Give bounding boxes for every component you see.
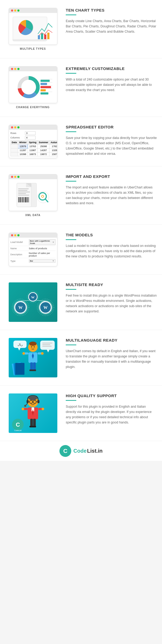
dot-green-3	[17, 126, 19, 128]
data-label-cell: Data	[11, 141, 18, 144]
section-left-xml: XML DATA	[5, 174, 60, 217]
title-spreadsheet: SPREADSHEET EDITOR	[66, 125, 157, 129]
title-models: THE MODELS	[66, 233, 157, 237]
section-right-spreadsheet: SPREADSHEET EDITOR Save your time by cop…	[60, 125, 157, 156]
cols-label: Columns	[11, 136, 25, 139]
section-right-models: THE MODELS Load a model to instantly cre…	[60, 233, 157, 259]
title-chart-types: TEN CHART TYPES	[66, 8, 157, 12]
cell-r3-summer: 19872	[38, 152, 49, 156]
svg-rect-30	[18, 197, 19, 202]
section-right-multisite: MULTISITE READY Feel free to install thi…	[60, 282, 157, 314]
type-select[interactable]: Bar ▼	[29, 259, 55, 263]
svg-rect-98	[27, 400, 29, 403]
dot-red-3	[11, 126, 13, 128]
underline-customizable	[66, 73, 76, 74]
dot-yellow	[14, 9, 16, 12]
svg-rect-37	[28, 197, 29, 202]
description-row: Description Number of sales per product	[11, 252, 55, 258]
chevron-down-icon-2: ▼	[52, 260, 54, 262]
load-model-value: Bars with Logarithmic Scale	[30, 240, 52, 244]
svg-rect-3	[41, 33, 43, 39]
text-chart-types: Easily create Line Charts, Area Charts, …	[66, 18, 157, 34]
load-model-row: Load Model Bars with Logarithmic Scale ▼	[11, 239, 55, 246]
svg-point-60	[29, 342, 37, 346]
footer-logo-area: C Code List.in	[59, 445, 103, 457]
svg-rect-19	[40, 89, 46, 91]
svg-point-97	[42, 408, 44, 410]
title-multilanguage: MULTILANGUAGE READY	[66, 338, 157, 342]
cols-input[interactable]	[25, 136, 36, 139]
multisite-illustration: W W W	[9, 282, 57, 322]
svg-point-85	[29, 396, 37, 400]
table-row: 10398 16873 19872 15873	[11, 152, 57, 156]
section-multisite: W W W MULTISITE READY Feel	[0, 274, 162, 330]
svg-rect-79	[42, 346, 52, 347]
load-model-select[interactable]: Bars with Logarithmic Scale ▼	[29, 239, 55, 245]
multilanguage-illustration: ريال	[9, 338, 57, 377]
table-row: 11287 11987 14287 13287	[11, 148, 57, 152]
brand-list: List.in	[87, 448, 103, 454]
window-content-models: Load Model Bars with Logarithmic Scale ▼…	[9, 238, 57, 266]
svg-point-96	[22, 408, 24, 410]
svg-line-100	[26, 403, 28, 405]
rows-input[interactable]	[25, 131, 36, 135]
type-label: Type	[11, 260, 29, 262]
svg-rect-27	[18, 192, 30, 192]
text-xml: The import and export feature available …	[66, 185, 157, 206]
section-left-support: C CodeList	[5, 393, 60, 433]
col-spring: Spring	[28, 141, 38, 144]
svg-rect-35	[25, 197, 27, 202]
svg-point-42	[42, 196, 43, 197]
svg-point-10	[23, 81, 34, 93]
window-titlebar-2	[9, 67, 57, 71]
underline-multilanguage	[66, 345, 76, 345]
window-titlebar-4	[9, 174, 57, 179]
section-chart-types: MULTIPLE TYPES TEN CHART TYPES Easily cr…	[0, 0, 162, 58]
section-left-spreadsheet: Rows Columns Data Winter Spring Summer A…	[5, 125, 60, 158]
svg-rect-26	[18, 190, 27, 191]
table-row: 12876 13763 25098 17823	[11, 144, 57, 148]
cell-r2-winter: 11287	[18, 148, 28, 152]
svg-rect-28	[18, 193, 26, 194]
col-winter: Winter	[18, 141, 28, 144]
svg-rect-102	[30, 419, 33, 427]
section-models: Load Model Bars with Logarithmic Scale ▼…	[0, 225, 162, 274]
dot-red-2	[11, 68, 13, 70]
svg-rect-83	[32, 370, 36, 371]
svg-rect-17	[40, 83, 47, 85]
model-form: Load Model Bars with Logarithmic Scale ▼…	[11, 239, 55, 263]
spreadsheet-table: Data Winter Spring Summer Autumn 12876 1…	[11, 140, 57, 156]
window-titlebar	[9, 8, 57, 13]
customizable-illustration	[12, 74, 55, 100]
dot-yellow-3	[14, 126, 16, 128]
caption-customizable: CHANGE EVERYTHING	[16, 106, 50, 109]
cell-r3-autumn: 15873	[49, 152, 57, 156]
svg-text:W: W	[31, 295, 34, 299]
text-support: Support for this plugin is provided in E…	[66, 404, 157, 425]
section-spreadsheet: Rows Columns Data Winter Spring Summer A…	[0, 117, 162, 166]
title-support: HIGH QUALITY SUPPORT	[66, 393, 157, 398]
cell-r3-spring: 16873	[28, 152, 38, 156]
svg-rect-31	[19, 197, 21, 202]
footer-brand: C Code List.in	[0, 441, 162, 461]
title-xml: IMPORT AND EXPORT	[66, 174, 157, 179]
cell-r2-summer: 14287	[38, 148, 49, 152]
section-right-xml: IMPORT AND EXPORT The import and export …	[60, 174, 157, 206]
svg-rect-4	[44, 34, 46, 39]
support-illustration: C CodeList	[9, 393, 57, 433]
section-right-chart-types: TEN CHART TYPES Easily create Line Chart…	[60, 8, 157, 34]
underline-spreadsheet	[66, 131, 76, 132]
window-titlebar-3	[9, 125, 57, 130]
title-customizable: EXTREMELY CUSTOMIZABLE	[66, 66, 157, 71]
window-content-customizable	[9, 71, 57, 103]
cell-r2-spring: 11987	[28, 148, 38, 152]
multisite-svg: W W W	[9, 282, 57, 322]
codelist-c-letter: C	[63, 448, 68, 455]
window-chrome-models: Load Model Bars with Logarithmic Scale ▼…	[9, 233, 57, 266]
window-chrome-customizable	[9, 66, 57, 103]
dot-green-4	[17, 176, 19, 178]
svg-rect-34	[24, 197, 24, 202]
svg-rect-16	[40, 80, 50, 82]
type-row: Type Bar ▼	[11, 259, 55, 263]
underline-models	[66, 239, 76, 240]
